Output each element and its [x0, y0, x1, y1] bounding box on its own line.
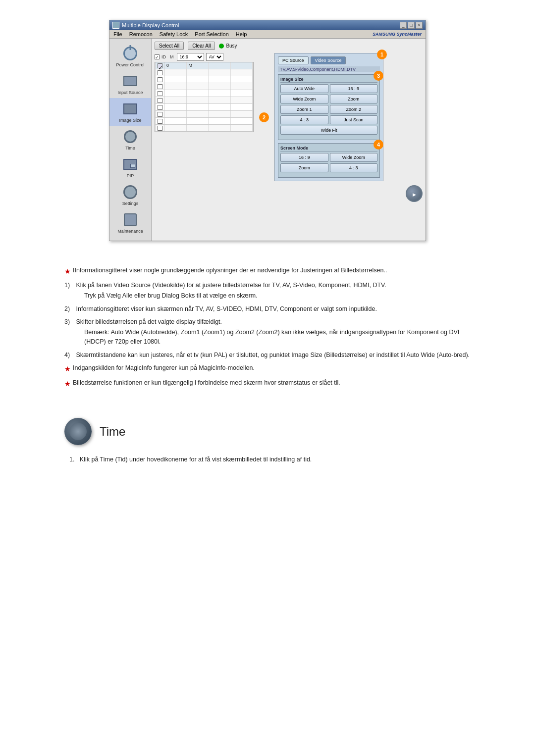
close-button[interactable]: × — [416, 22, 423, 29]
btn-4-3[interactable]: 4 : 3 — [280, 115, 328, 124]
help-section: ★ IInformationsgitteret viser nogle grun… — [50, 256, 485, 403]
col-m: M — [170, 54, 174, 59]
minimize-button[interactable]: _ — [400, 22, 407, 29]
help-sub-3: Bemærk: Auto Wide (Autobredde), Zoom1 (Z… — [74, 328, 471, 347]
btn-screen-wide-zoom[interactable]: Wide Zoom — [330, 153, 378, 162]
row-checkbox[interactable] — [158, 77, 162, 82]
help-sub-text-1: Tryk på Vælg Alle eller brug Dialog Boks… — [84, 292, 258, 299]
toolbar: Select All Clear All Busy — [155, 42, 423, 50]
maintenance-icon — [124, 213, 137, 226]
help-text-3: Skifter billedstørrelsen på det valgte d… — [76, 318, 222, 325]
sidebar-label-settings: Settings — [122, 201, 139, 206]
help-item-2: 2) Informationsgitteret viser kun skærme… — [64, 304, 471, 314]
apply-button[interactable]: ▶ — [406, 185, 423, 202]
menu-safety-lock[interactable]: Safety Lock — [160, 31, 188, 37]
help-sub-1: Tryk på Vælg Alle eller brug Dialog Boks… — [74, 291, 471, 301]
right-panel: 1 PC Source Video Source TV,AV,S-Video,C… — [274, 53, 383, 181]
time-section: Time 1. Klik på Time (Tid) under hovedik… — [50, 403, 485, 474]
sidebar-item-image-size[interactable]: Image Size — [109, 98, 151, 126]
btn-screen-4-3[interactable]: 4 : 3 — [330, 163, 378, 172]
clear-all-button[interactable]: Clear All — [188, 42, 215, 50]
col-id: ID — [161, 54, 166, 59]
samsung-logo: SAMSUNG SyncMaster — [373, 32, 422, 37]
power-icon — [123, 47, 137, 60]
help-num-4: 4) — [64, 351, 74, 360]
menu-help[interactable]: Help — [236, 31, 247, 37]
table-row: ✓ 0 M — [155, 62, 253, 69]
time-instruction: 1. Klik på Time (Tid) under hovedikonern… — [64, 455, 471, 464]
row-checkbox[interactable] — [158, 91, 162, 96]
maximize-button[interactable]: □ — [408, 22, 415, 29]
row-checkbox[interactable] — [158, 112, 162, 117]
software-window: Multiple Display Control _ □ × File Remo… — [109, 20, 426, 241]
sidebar: Power Control Input Source Image Size — [109, 39, 152, 241]
sidebar-label-pip: PIP — [127, 173, 134, 178]
row-checkbox[interactable] — [158, 126, 162, 131]
step-4-circle: 4 — [374, 140, 383, 150]
table-row — [155, 104, 253, 111]
row-checkbox[interactable] — [158, 119, 162, 124]
btn-screen-16-9[interactable]: 16 : 9 — [280, 153, 328, 162]
table-container: ✓ ID M 16:9 4:3 Auto Wide Wide Zoom Zoom — [155, 53, 423, 181]
sidebar-item-settings[interactable]: Settings — [109, 181, 151, 209]
sidebar-item-time[interactable]: Time — [109, 126, 151, 153]
menu-remocon[interactable]: Remocon — [129, 31, 153, 37]
btn-zoom2[interactable]: Zoom 2 — [330, 105, 378, 114]
btn-wide-zoom[interactable]: Wide Zoom — [280, 95, 328, 103]
header-checkbox[interactable]: ✓ — [155, 54, 160, 59]
time-header: Time — [64, 418, 471, 445]
step-3-circle: 3 — [374, 71, 383, 81]
sidebar-label-input: Input Source — [117, 90, 143, 95]
select-all-button[interactable]: Select All — [155, 42, 184, 50]
btn-just-scan[interactable]: Just Scan — [330, 115, 378, 124]
menu-file[interactable]: File — [113, 31, 122, 37]
screen-mode-title: Screen Mode — [280, 146, 377, 151]
btn-wide-fit[interactable]: Wide Fit — [280, 126, 377, 135]
btn-zoom1[interactable]: Zoom 1 — [280, 105, 328, 114]
input-select[interactable]: AV TV HDMI DTV — [206, 53, 223, 61]
menubar: File Remocon Safety Lock Port Selection … — [109, 30, 426, 39]
sidebar-item-input[interactable]: Input Source — [109, 70, 151, 98]
source-tabs: PC Source Video Source — [278, 56, 380, 64]
btn-zoom[interactable]: Zoom — [330, 95, 378, 103]
row-checkbox[interactable] — [158, 105, 162, 110]
btn-screen-zoom[interactable]: Zoom — [280, 163, 328, 172]
image-size-select[interactable]: 16:9 4:3 Auto Wide Wide Zoom Zoom — [177, 53, 204, 61]
help-sub-text-3: Bemærk: Auto Wide (Autobredde), Zoom1 (Z… — [84, 329, 459, 345]
row-checkbox[interactable] — [158, 98, 162, 103]
step-1-circle: 1 — [377, 50, 387, 59]
image-size-title: Image Size — [280, 77, 377, 83]
pc-source-tab[interactable]: PC Source — [278, 56, 309, 64]
window-title: Multiple Display Control — [122, 22, 179, 28]
time-icon — [124, 130, 137, 143]
help-num-3: 3) — [64, 317, 74, 327]
window-icon — [112, 22, 119, 29]
table-row — [155, 90, 253, 97]
sidebar-item-maintenance[interactable]: Maintenance — [109, 209, 151, 237]
help-star-2-text: Indgangskilden for MagicInfo fungerer ku… — [73, 363, 255, 373]
help-star-3: ★ Billedstørrelse funktionen er kun tilg… — [64, 378, 471, 389]
sidebar-item-pip[interactable]: PIP — [109, 153, 151, 181]
star-icon-3: ★ — [64, 379, 71, 389]
btn-16-9[interactable]: 16 : 9 — [330, 84, 378, 93]
time-instruction-text: Klik på Time (Tid) under hovedikonerne f… — [80, 456, 312, 463]
busy-label: Busy — [226, 43, 237, 49]
help-text-4: Skærmtilstandene kan kun justeres, når e… — [76, 352, 470, 358]
help-item-3: 3) Skifter billedstørrelsen på det valgt… — [64, 317, 471, 346]
image-size-icon — [123, 103, 137, 114]
input-icon — [123, 76, 137, 86]
menu-port-selection[interactable]: Port Selection — [195, 31, 228, 37]
sidebar-item-power[interactable]: Power Control — [109, 43, 151, 70]
table-row — [155, 97, 253, 104]
row-checkbox[interactable] — [158, 70, 162, 75]
busy-dot — [219, 44, 224, 49]
app-body: Power Control Input Source Image Size — [109, 39, 426, 241]
btn-auto-wide[interactable]: Auto Wide — [280, 84, 328, 93]
time-section-icon — [64, 418, 92, 445]
row-checkbox[interactable]: ✓ — [158, 63, 162, 68]
window-controls[interactable]: _ □ × — [400, 22, 423, 29]
table-row — [155, 76, 253, 83]
row-checkbox[interactable] — [158, 84, 162, 89]
table-row — [155, 118, 253, 125]
video-source-tab[interactable]: Video Source — [311, 56, 346, 64]
